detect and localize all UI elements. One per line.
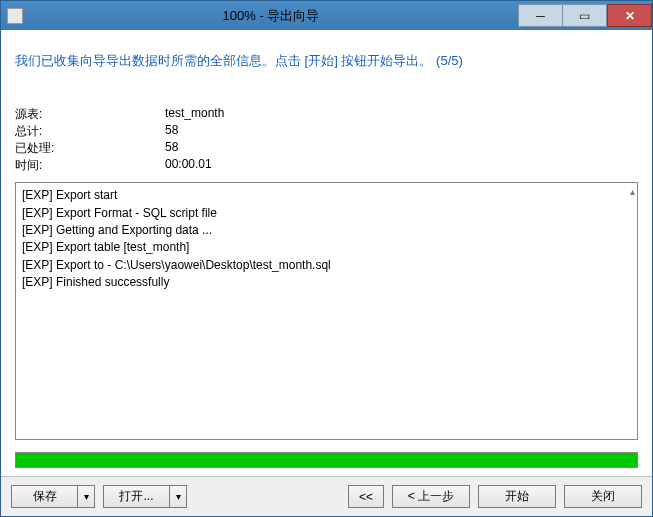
source-table-label: 源表: bbox=[15, 106, 165, 123]
source-table-value: test_month bbox=[165, 106, 224, 123]
chevron-down-icon: ▾ bbox=[84, 491, 89, 502]
total-value: 58 bbox=[165, 123, 178, 140]
first-page-button[interactable]: << bbox=[348, 485, 384, 508]
window-title: 100% - 导出向导 bbox=[23, 7, 519, 25]
total-label: 总计: bbox=[15, 123, 165, 140]
instruction-text: 我们已收集向导导出数据时所需的全部信息。点击 [开始] 按钮开始导出。 (5/5… bbox=[15, 52, 638, 70]
button-bar: 保存 ▾ 打开... ▾ << < 上一步 开始 关闭 bbox=[1, 476, 652, 516]
close-button[interactable]: 关闭 bbox=[564, 485, 642, 508]
content-area: 我们已收集向导导出数据时所需的全部信息。点击 [开始] 按钮开始导出。 (5/5… bbox=[1, 30, 652, 476]
minimize-button[interactable]: ─ bbox=[518, 4, 563, 27]
log-textarea[interactable]: ▴[EXP] Export start [EXP] Export Format … bbox=[15, 182, 638, 440]
titlebar[interactable]: 100% - 导出向导 ─ ▭ ✕ bbox=[1, 1, 652, 30]
chevron-down-icon: ▾ bbox=[176, 491, 181, 502]
processed-value: 58 bbox=[165, 140, 178, 157]
instruction-body: 我们已收集向导导出数据时所需的全部信息。点击 [开始] 按钮开始导出。 bbox=[15, 53, 432, 68]
app-icon bbox=[7, 8, 23, 24]
progress-fill bbox=[16, 453, 637, 467]
open-button[interactable]: 打开... bbox=[103, 485, 169, 508]
time-label: 时间: bbox=[15, 157, 165, 174]
start-button[interactable]: 开始 bbox=[478, 485, 556, 508]
log-content: [EXP] Export start [EXP] Export Format -… bbox=[22, 188, 331, 289]
progress-bar bbox=[15, 452, 638, 468]
save-dropdown-button[interactable]: ▾ bbox=[77, 485, 95, 508]
previous-button[interactable]: < 上一步 bbox=[392, 485, 470, 508]
close-window-button[interactable]: ✕ bbox=[607, 4, 652, 27]
scroll-up-icon[interactable]: ▴ bbox=[630, 185, 635, 200]
processed-label: 已处理: bbox=[15, 140, 165, 157]
save-button[interactable]: 保存 bbox=[11, 485, 77, 508]
time-value: 00:00.01 bbox=[165, 157, 212, 174]
export-wizard-window: 100% - 导出向导 ─ ▭ ✕ 我们已收集向导导出数据时所需的全部信息。点击… bbox=[0, 0, 653, 517]
open-dropdown-button[interactable]: ▾ bbox=[169, 485, 187, 508]
summary-rows: 源表: test_month 总计: 58 已处理: 58 时间: 00:00.… bbox=[15, 106, 638, 174]
step-indicator: (5/5) bbox=[436, 53, 463, 68]
maximize-button[interactable]: ▭ bbox=[562, 4, 607, 27]
